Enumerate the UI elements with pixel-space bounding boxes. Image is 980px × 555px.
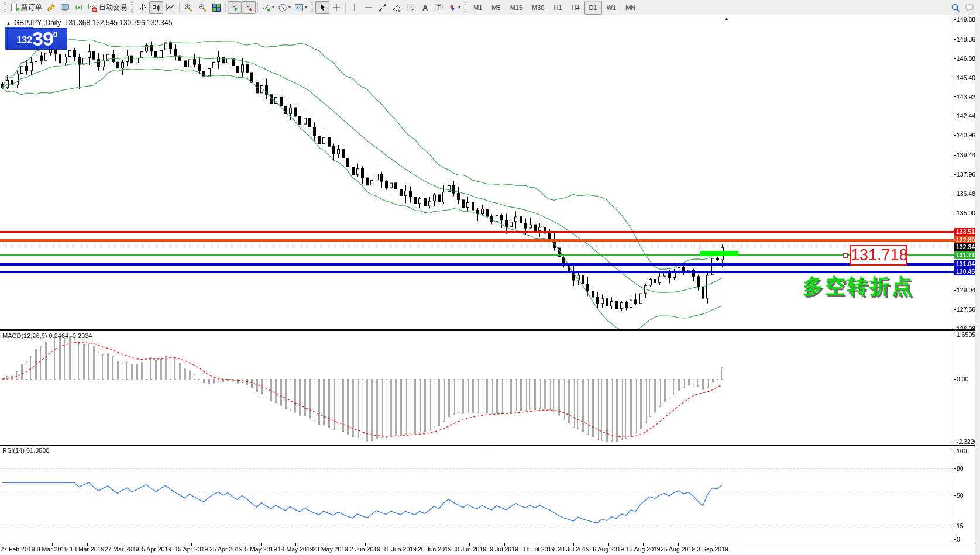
auto-scroll-button[interactable] [228,1,242,14]
crosshair-icon [332,3,341,12]
date-label: 5 Apr 2019 [142,546,171,553]
rsi-axis-label: 0 [957,536,960,543]
tf-m15-button[interactable]: M15 [506,1,527,15]
price-note-box[interactable]: 131.718 [850,245,907,266]
chevron-down-icon: ▾ [272,5,274,10]
buy-price-base: 132 [16,33,32,48]
date-label: 11 Jun 2019 [383,546,417,553]
autotrading-label: 自动交易 [99,2,127,12]
zoom-out-button[interactable] [195,1,209,14]
tf-m1-button[interactable]: M1 [469,1,487,15]
search-icon [951,3,960,12]
tile-windows-icon [212,3,221,12]
toolbar-grip [131,2,133,13]
date-label: 20 Jun 2019 [418,546,452,553]
macd-indicator-label: MACD(12,26,9) 0.2464 -0.2934 [2,332,92,339]
price-note-anchor[interactable] [843,253,848,258]
signal-icon [74,3,84,12]
date-label: 25 Aug 2019 [661,546,695,553]
search-button[interactable] [948,1,962,14]
arrows-icon [448,3,457,12]
vertical-line-button[interactable] [348,1,362,14]
macd-axis-label: 0.00 [957,375,968,382]
fibonacci-button[interactable]: F [404,1,418,14]
tf-h1-button[interactable]: H1 [549,1,566,15]
bar-chart-button[interactable] [135,1,149,14]
new-order-label: 新订单 [21,2,42,12]
rsi-axis-label: 100 [957,447,967,454]
chart-shift-button[interactable] [242,1,256,14]
main-toolbar: 新订单 自动交易 [0,0,980,15]
date-label: 5 May 2019 [245,546,277,553]
tf-mn-button[interactable]: MN [621,1,640,15]
toolbar-grip [4,2,6,13]
tf-h4-button[interactable]: H4 [567,1,584,15]
vertical-line-icon [350,3,359,12]
level-line-133.517[interactable] [0,231,954,233]
level-line-132.894[interactable] [0,239,954,242]
tf-m5-button[interactable]: M5 [487,1,505,15]
periods-button[interactable]: ▾ [276,1,293,14]
buy-price-sup: 0 [53,30,58,39]
bar-chart-icon [137,3,147,12]
text-label-button[interactable]: T [432,1,446,14]
channel-button[interactable]: E [390,1,404,14]
new-order-button[interactable]: 新订单 [8,1,44,14]
text-button[interactable]: A [418,1,432,14]
highlight-bar[interactable] [700,251,738,256]
level-line-131.043[interactable] [0,263,954,266]
candlestick-button[interactable] [149,1,163,14]
tf-d1-button[interactable]: D1 [584,1,602,15]
styler-button[interactable] [44,1,58,14]
toolbar-grip [465,2,466,13]
zoom-out-icon [198,3,207,12]
arrows-button[interactable]: ▾ [446,1,462,14]
terminal-button[interactable] [58,1,72,14]
zoom-in-button[interactable] [181,1,195,14]
trendline-icon [378,3,387,12]
toolbar-separator [345,2,346,13]
date-label: 15 Aug 2019 [626,546,661,553]
cursor-button[interactable] [315,1,329,14]
date-label: 18 Jul 2019 [523,546,555,553]
date-label: 9 Jul 2019 [490,546,518,553]
date-label: 27 Mar 2019 [105,546,139,553]
indicators-icon [262,3,271,12]
tf-w1-button[interactable]: W1 [602,1,621,15]
tile-windows-button[interactable] [209,1,223,14]
toolbar-separator [225,2,226,13]
chevron-down-icon: ▾ [305,5,307,10]
text-label-icon: T [434,3,443,12]
chart-shift-marker[interactable]: ▲ [724,16,729,21]
horizontal-line-button[interactable] [362,1,376,14]
svg-text:F: F [412,8,414,12]
crosshair-button[interactable] [329,1,343,14]
tf-m30-button[interactable]: M30 [527,1,549,15]
line-chart-button[interactable] [163,1,177,14]
panel-collapse-icon[interactable]: ▲ [6,20,11,26]
buy-price-display[interactable]: 132390 [7,28,67,50]
rsi-axis-label: 80 [957,465,964,472]
autotrading-button[interactable]: 自动交易 [86,1,129,14]
equidistant-channel-icon: E [392,3,401,12]
templates-button[interactable]: ▾ [293,1,309,14]
toolbar-separator [257,2,258,13]
date-label: 18 Mar 2019 [70,546,104,553]
candlestick-icon [152,3,161,12]
level-line-131.718[interactable] [0,254,954,256]
fibonacci-icon: F [406,3,415,12]
turning-point-label[interactable]: 多空转折点 [803,273,914,300]
chart-shift-icon [244,3,253,12]
signals-button[interactable] [72,1,86,14]
indicators-button[interactable]: ▾ [260,1,276,14]
svg-text:T: T [437,5,441,11]
level-line-132.345[interactable] [0,247,954,247]
date-label: 8 Mar 2019 [37,546,68,553]
buy-price-big: 39 [32,29,53,48]
chat-button[interactable] [962,1,976,14]
trendline-button[interactable] [376,1,390,14]
date-label: 6 Aug 2019 [593,546,624,553]
mt4-window: 新订单 自动交易 [0,0,980,555]
ohlc-values: 131.368 132.545 130.796 132.345 [65,19,173,27]
date-label: 14 May 2019 [278,546,314,553]
